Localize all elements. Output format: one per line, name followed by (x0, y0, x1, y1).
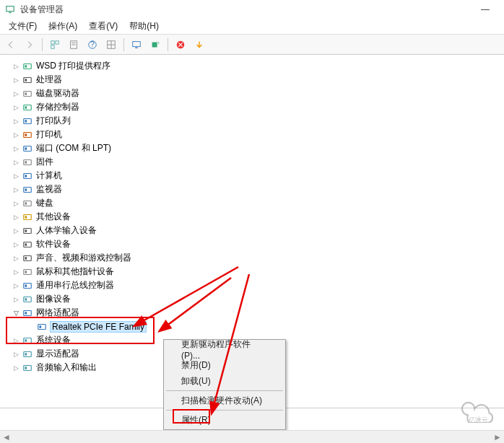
menu-item-uninstall[interactable]: 卸载(U) (165, 373, 284, 389)
tree-item[interactable]: ▷其他设备 (6, 210, 504, 224)
svg-rect-61 (24, 365, 32, 370)
tree-item[interactable]: ▷键盘 (6, 196, 504, 210)
scan-button[interactable] (147, 37, 163, 53)
svg-rect-26 (25, 120, 27, 123)
device-category-icon (22, 239, 33, 250)
expand-icon[interactable]: ▷ (12, 89, 20, 98)
tree-item-label: Realtek PCIe FE Family (51, 322, 146, 332)
expand-icon[interactable]: ▷ (12, 213, 20, 222)
tree-item[interactable]: ▷打印队列 (6, 114, 504, 128)
expand-icon[interactable]: ▷ (12, 199, 20, 208)
expand-icon[interactable]: ▷ (12, 172, 20, 180)
tree-item-label: 系统设备 (36, 334, 71, 346)
tree-item-network-device[interactable]: Realtek PCIe FE Family (6, 320, 504, 333)
tree-item[interactable]: ▷鼠标和其他指针设备 (6, 265, 504, 278)
tree-item[interactable]: ▷软件设备 (6, 237, 504, 251)
context-menu: 更新驱动程序软件(P)... 禁用(D) 卸载(U) 扫描检测硬件改动(A) 属… (163, 339, 286, 430)
menu-file[interactable]: 文件(F) (3, 19, 43, 34)
svg-rect-34 (25, 175, 27, 177)
tree-item-label: 打印队列 (36, 115, 71, 127)
expand-icon[interactable]: ▷ (12, 227, 20, 235)
tree-item[interactable]: ▷端口 (COM 和 LPT) (6, 141, 504, 155)
svg-rect-31 (24, 159, 32, 165)
tree-item-label: 磁盘驱动器 (36, 87, 79, 100)
scroll-right-icon[interactable]: ► (491, 431, 504, 444)
tree-item-label: 声音、视频和游戏控制器 (36, 252, 131, 264)
collapse-icon[interactable]: ▽ (12, 309, 20, 317)
tree-item[interactable]: ▷计算机 (6, 169, 504, 183)
expand-icon[interactable]: ▷ (12, 103, 20, 112)
expand-icon[interactable]: ▷ (12, 295, 20, 304)
tree-item[interactable]: ▷监视器 (6, 183, 504, 196)
expand-icon[interactable]: ▷ (12, 76, 20, 84)
back-button[interactable] (3, 37, 19, 53)
expand-icon[interactable]: ▷ (12, 336, 20, 345)
menu-action[interactable]: 操作(A) (43, 19, 83, 34)
svg-rect-38 (25, 202, 27, 205)
tree-item[interactable]: ▷固件 (6, 155, 504, 169)
svg-rect-54 (25, 312, 27, 315)
menu-item-properties[interactable]: 属性(R) (165, 412, 284, 428)
expand-icon[interactable]: ▷ (12, 350, 20, 359)
svg-rect-0 (6, 6, 14, 12)
expand-icon[interactable]: ▷ (12, 62, 20, 71)
menu-item-scan[interactable]: 扫描检测硬件改动(A) (165, 392, 284, 408)
tree-item[interactable]: ▷WSD 打印提供程序 (6, 59, 504, 73)
down-button[interactable] (191, 37, 207, 53)
svg-rect-4 (51, 45, 54, 48)
properties-button[interactable] (66, 37, 82, 53)
expand-icon[interactable]: ▷ (12, 268, 20, 276)
expand-icon[interactable]: ▷ (12, 254, 20, 263)
svg-rect-51 (24, 297, 32, 302)
tree-item-network-adapters[interactable]: ▽网络适配器 (6, 306, 504, 320)
menu-item-update-driver[interactable]: 更新驱动程序软件(P)... (165, 341, 284, 357)
tree-item-label: 软件设备 (36, 238, 71, 250)
toolbar-sep (123, 38, 124, 51)
tree-item-label: 图像设备 (36, 293, 71, 305)
cancel-button[interactable] (173, 37, 188, 53)
monitor-button[interactable] (129, 37, 144, 53)
svg-rect-18 (25, 65, 27, 68)
tree-item[interactable]: ▷声音、视频和游戏控制器 (6, 251, 504, 265)
menu-help[interactable]: 帮助(H) (123, 19, 165, 34)
horizontal-scrollbar[interactable]: ◄ ► (0, 430, 504, 443)
toolbar: ? (0, 35, 504, 55)
device-category-icon (22, 280, 33, 291)
device-category-icon (22, 102, 33, 113)
expand-icon[interactable]: ▷ (12, 240, 20, 249)
tree-item[interactable]: ▷图像设备 (6, 292, 504, 306)
tree-item[interactable]: ▷存储控制器 (6, 100, 504, 114)
tree-item[interactable]: ▷人体学输入设备 (6, 224, 504, 237)
tree-item-label: WSD 打印提供程序 (36, 60, 110, 72)
tree-item[interactable]: ▷通用串行总线控制器 (6, 278, 504, 292)
tree-item[interactable]: ▷磁盘驱动器 (6, 87, 504, 100)
menu-view[interactable]: 查看(V) (83, 19, 123, 34)
minimize-button[interactable]: — (471, 4, 500, 14)
show-tree-button[interactable] (47, 37, 63, 53)
forward-button[interactable] (22, 37, 38, 53)
expand-icon[interactable]: ▷ (12, 185, 20, 194)
title-bar: 设备管理器 — (0, 0, 504, 19)
tree-item[interactable]: ▷打印机 (6, 128, 504, 141)
expand-icon[interactable]: ▷ (12, 131, 20, 139)
expand-icon[interactable]: ▷ (12, 158, 20, 167)
expand-icon[interactable]: ▷ (12, 281, 20, 290)
grid-button[interactable] (103, 37, 119, 53)
device-category-icon (22, 294, 33, 305)
svg-rect-60 (25, 353, 27, 356)
tree-item-label: 计算机 (36, 170, 62, 182)
svg-rect-56 (40, 325, 42, 328)
expand-icon[interactable]: ▷ (12, 117, 20, 126)
tree-item-label: 网络适配器 (36, 307, 79, 319)
device-category-icon (22, 74, 33, 86)
expand-icon[interactable]: ▷ (12, 364, 20, 372)
device-category-icon (22, 157, 33, 168)
tree-item-label: 通用串行总线控制器 (36, 279, 114, 291)
tree-item[interactable]: ▷处理器 (6, 73, 504, 87)
device-category-icon (22, 88, 33, 100)
svg-rect-20 (25, 79, 27, 82)
svg-rect-52 (25, 298, 27, 301)
help-button[interactable]: ? (84, 37, 100, 53)
expand-icon[interactable]: ▷ (12, 144, 20, 153)
scroll-left-icon[interactable]: ◄ (0, 431, 13, 444)
